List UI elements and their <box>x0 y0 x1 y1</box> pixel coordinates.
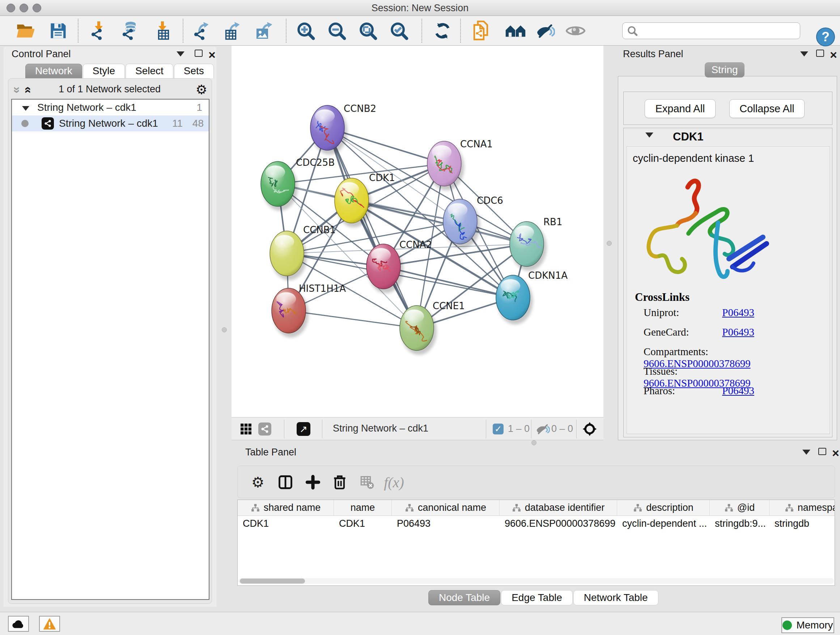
zoom-in-icon[interactable] <box>295 20 316 41</box>
memory-button[interactable]: Memory <box>782 617 834 633</box>
network-row[interactable]: String Network – cdk1 11 48 <box>12 116 209 131</box>
zoom-fit-icon[interactable] <box>357 20 378 41</box>
cloud-icon[interactable] <box>8 616 29 632</box>
gear-icon[interactable]: ⚙ <box>248 472 268 492</box>
close-panel-icon[interactable]: × <box>830 51 837 60</box>
column-header--id[interactable]: @id <box>710 500 769 516</box>
scrollbar-thumb[interactable] <box>240 578 305 584</box>
node-label[interactable]: CDK1 <box>369 172 395 183</box>
section-collapse-icon[interactable] <box>645 133 653 139</box>
show-all-icon[interactable] <box>565 20 586 41</box>
zoom-out-icon[interactable] <box>326 20 347 41</box>
float-panel-icon[interactable] <box>816 50 824 58</box>
export-network-icon[interactable] <box>191 20 212 41</box>
columns-icon[interactable] <box>275 472 295 492</box>
zoom-window-button[interactable] <box>33 4 41 12</box>
panel-menu-icon[interactable] <box>177 51 185 58</box>
table-cell[interactable]: CDK1 <box>334 516 392 532</box>
collapse-all-icon[interactable]: « <box>8 87 22 93</box>
open-folder-icon[interactable] <box>14 20 35 41</box>
tab-style[interactable]: Style <box>83 64 125 78</box>
pan-crosshair-icon[interactable] <box>582 421 598 437</box>
homes-icon[interactable] <box>505 20 526 41</box>
gear-icon[interactable]: ⚙ <box>196 82 207 97</box>
collapse-icon[interactable] <box>22 102 29 113</box>
table-cell[interactable]: CDK1 <box>238 516 334 532</box>
import-table-icon[interactable] <box>152 20 173 41</box>
tab-edge-table[interactable]: Edge Table <box>501 590 573 605</box>
node-label[interactable]: CDC25B <box>296 157 335 168</box>
panel-menu-icon[interactable] <box>800 51 808 58</box>
add-column-icon[interactable] <box>303 472 323 492</box>
horizontal-splitter-handle[interactable] <box>531 440 537 445</box>
column-header-canonical-name[interactable]: canonical name <box>392 500 500 516</box>
column-header-namespace[interactable]: namespace <box>769 500 835 516</box>
tab-sets[interactable]: Sets <box>174 64 214 78</box>
save-icon[interactable] <box>48 20 69 41</box>
crosslink-uniprot[interactable]: P06493 <box>722 307 754 318</box>
grid-view-icon[interactable] <box>240 423 253 435</box>
table-cell[interactable]: stringdb <box>769 516 835 532</box>
float-panel-icon[interactable] <box>195 50 202 58</box>
selected-checkbox-icon[interactable]: ✓ <box>493 424 504 434</box>
network-node[interactable] <box>261 162 298 211</box>
node-label[interactable]: CCNA2 <box>399 239 432 250</box>
column-header-shared-name[interactable]: shared name <box>238 500 334 516</box>
export-image-icon[interactable] <box>254 20 275 41</box>
node-label[interactable]: CDC6 <box>477 195 503 206</box>
tab-network-table[interactable]: Network Table <box>573 590 658 605</box>
column-header-database-identifier[interactable]: database identifier <box>500 500 617 516</box>
hide-selection-icon[interactable] <box>535 20 556 41</box>
node-label[interactable]: CCNA1 <box>460 139 493 149</box>
table-cell[interactable]: stringdb:9... <box>710 516 769 532</box>
crosslink-genecard[interactable]: P06493 <box>722 326 754 338</box>
function-builder-icon[interactable]: f(x) <box>384 472 404 492</box>
node-label[interactable]: CCNB2 <box>344 103 376 114</box>
zoom-selected-icon[interactable] <box>388 20 409 41</box>
close-panel-icon[interactable]: × <box>208 51 216 60</box>
table-cell[interactable]: P06493 <box>392 516 500 532</box>
network-node[interactable] <box>510 222 546 271</box>
panel-menu-icon[interactable] <box>802 450 810 456</box>
birds-eye-view-icon[interactable]: ↗ <box>297 422 310 436</box>
network-node[interactable] <box>310 105 347 155</box>
node-label[interactable]: CCNB1 <box>303 225 336 235</box>
network-edge[interactable] <box>327 128 417 328</box>
node-label[interactable]: HIST1H1A <box>299 283 346 294</box>
network-node[interactable] <box>443 199 480 249</box>
table-row[interactable]: CDK1CDK1P064939606.ENSP00000378699cyclin… <box>238 516 835 532</box>
node-label[interactable]: RB1 <box>543 217 562 227</box>
float-panel-icon[interactable] <box>818 448 826 456</box>
network-view-share-icon[interactable] <box>258 423 271 435</box>
expand-all-button[interactable]: Expand All <box>645 99 715 118</box>
network-node[interactable] <box>496 275 533 325</box>
search-input[interactable] <box>638 25 793 36</box>
expand-all-icon[interactable]: « <box>22 87 36 93</box>
network-collection-row[interactable]: String Network – cdk1 1 <box>12 100 209 116</box>
minimize-window-button[interactable] <box>19 4 28 12</box>
tab-string[interactable]: String <box>705 62 745 78</box>
delete-column-icon[interactable] <box>330 472 350 492</box>
crosslink-pharos[interactable]: P06493 <box>722 385 754 396</box>
tab-node-table[interactable]: Node Table <box>428 590 500 605</box>
export-table-icon[interactable] <box>222 20 243 41</box>
tab-network[interactable]: Network <box>25 64 82 78</box>
table-cell[interactable]: 9606.ENSP00000378699 <box>500 516 617 532</box>
import-network-icon[interactable] <box>88 20 109 41</box>
close-panel-icon[interactable]: × <box>832 449 839 459</box>
table-horizontal-scrollbar[interactable] <box>238 578 834 584</box>
column-header-name[interactable]: name <box>334 500 392 516</box>
node-label[interactable]: CCNE1 <box>433 301 465 311</box>
network-node[interactable] <box>366 244 403 293</box>
network-node[interactable] <box>400 306 437 355</box>
table-cell[interactable]: cyclin-dependent ... <box>617 516 710 532</box>
left-splitter-handle[interactable] <box>222 327 227 333</box>
tab-select[interactable]: Select <box>126 64 173 78</box>
network-canvas[interactable]: CCNB2CCNA1CDC25BCDK1CDC6RB1CCNB1CCNA2CDK… <box>232 46 603 417</box>
network-node[interactable] <box>270 231 307 280</box>
collapse-all-button[interactable]: Collapse All <box>729 99 805 118</box>
network-node[interactable] <box>272 288 309 337</box>
refresh-layout-icon[interactable] <box>432 20 453 41</box>
node-label[interactable]: CDKN1A <box>528 270 568 281</box>
right-splitter-handle[interactable] <box>607 241 612 246</box>
